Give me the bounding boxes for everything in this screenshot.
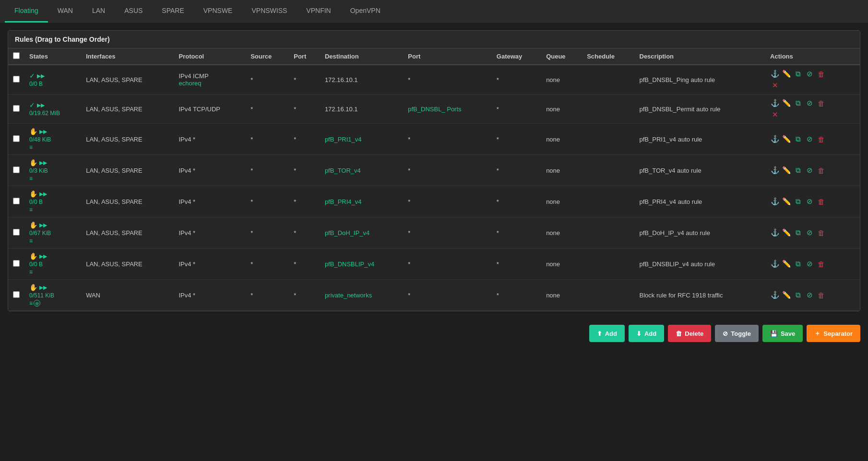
anchor-icon[interactable]: ⚓ — [770, 197, 780, 206]
anchor-icon[interactable]: ⚓ — [770, 98, 780, 108]
disable-icon[interactable]: ⊘ — [805, 134, 814, 144]
delete-icon[interactable]: 🗑 — [816, 290, 826, 300]
row-checkbox[interactable] — [13, 260, 20, 267]
row-source: * — [246, 280, 289, 311]
edit-icon[interactable]: ✏️ — [782, 228, 791, 237]
row-protocol: IPv4 * — [174, 186, 246, 217]
tab-vpnswiss[interactable]: VPNSWISS — [242, 0, 297, 23]
destination-link[interactable]: pfB_DNSBLIP_v4 — [325, 260, 374, 268]
edit-icon[interactable]: ✏️ — [782, 165, 791, 175]
hand-icon: ✋ — [29, 128, 37, 135]
select-all-checkbox[interactable] — [13, 52, 20, 59]
destination-link[interactable]: pfB_PRI4_v4 — [325, 198, 362, 205]
tab-lan[interactable]: LAN — [83, 0, 115, 23]
delete-icon[interactable]: 🗑 — [816, 259, 826, 269]
anchor-icon[interactable]: ⚓ — [770, 259, 780, 269]
save-button[interactable]: 💾 Save — [762, 325, 803, 342]
disable-icon[interactable]: ⊘ — [805, 98, 814, 108]
toggle-button[interactable]: ⊘ Toggle — [715, 325, 759, 342]
separator-button[interactable]: ＋ Separator — [807, 325, 860, 342]
tab-vpnfin[interactable]: VPNFIN — [297, 0, 340, 23]
disable-icon[interactable]: ⊘ — [805, 259, 814, 269]
copy-icon[interactable]: ⧉ — [793, 228, 803, 237]
edit-icon[interactable]: ✏️ — [782, 290, 791, 300]
tab-floating[interactable]: Floating — [5, 0, 48, 23]
row-destination: pfB_PRI1_v4 — [320, 124, 403, 155]
state-value: 0/19.62 MiB — [29, 110, 76, 117]
row-checkbox[interactable] — [13, 105, 20, 112]
state-value: 0/48 KiB — [29, 136, 76, 143]
row-checkbox[interactable] — [13, 135, 20, 142]
anchor-icon[interactable]: ⚓ — [770, 228, 780, 237]
row-destination: private_networks — [320, 280, 403, 311]
row-checkbox[interactable] — [13, 166, 20, 173]
row-checkbox[interactable] — [13, 198, 20, 204]
row-gateway: * — [492, 280, 541, 311]
add-above-button[interactable]: ⬆ Add — [589, 325, 625, 342]
disable-icon[interactable]: ⊘ — [805, 69, 814, 79]
copy-icon[interactable]: ⧉ — [793, 69, 803, 79]
copy-icon[interactable]: ⧉ — [793, 259, 803, 269]
row-description: pfB_DNSBL_Permit auto rule — [635, 95, 766, 124]
row-actions: ⚓ ✏️ ⧉ ⊘ 🗑 ✕ — [765, 95, 860, 124]
anchor-icon[interactable]: ⚓ — [770, 134, 780, 144]
row-description: pfB_DoH_IP_v4 auto rule — [635, 217, 766, 248]
row-queue: none — [541, 124, 582, 155]
tab-vpnswe[interactable]: VPNSWE — [194, 0, 242, 23]
anchor-icon[interactable]: ⚓ — [770, 290, 780, 300]
destination-link[interactable]: private_networks — [325, 292, 372, 299]
disable-icon[interactable]: ⊘ — [805, 165, 814, 175]
tab-openvpn[interactable]: OpenVPN — [341, 0, 390, 23]
copy-icon[interactable]: ⧉ — [793, 165, 803, 175]
protocol-link[interactable]: echoreq — [179, 80, 241, 87]
row-protocol: IPv4 * — [174, 248, 246, 280]
edit-icon[interactable]: ✏️ — [782, 69, 791, 79]
edit-icon[interactable]: ✏️ — [782, 134, 791, 144]
row-status: ✋ ▶▶ 0/0 B ≡ — [24, 186, 81, 217]
row-interfaces: LAN, ASUS, SPARE — [81, 155, 174, 186]
copy-icon[interactable]: ⧉ — [793, 197, 803, 206]
copy-icon[interactable]: ⧉ — [793, 290, 803, 300]
delete-icon[interactable]: 🗑 — [816, 165, 826, 175]
row-queue: none — [541, 155, 582, 186]
anchor-icon[interactable]: ⚓ — [770, 165, 780, 175]
remove-icon[interactable]: ✕ — [770, 110, 780, 119]
row-destination: 172.16.10.1 — [320, 65, 403, 95]
row-dest-port: * — [403, 248, 492, 280]
delete-icon[interactable]: 🗑 — [816, 98, 826, 108]
row-checkbox[interactable] — [13, 76, 20, 83]
anchor-icon[interactable]: ⚓ — [770, 69, 780, 79]
add-below-button[interactable]: ⬇ Add — [629, 325, 664, 342]
delete-icon[interactable]: 🗑 — [816, 197, 826, 206]
tab-wan[interactable]: WAN — [48, 0, 83, 23]
delete-button[interactable]: 🗑 Delete — [668, 325, 711, 342]
row-dest-port: * — [403, 155, 492, 186]
tabs-container: Floating WAN LAN ASUS SPARE VPNSWE VPNSW… — [0, 0, 868, 23]
delete-icon[interactable]: 🗑 — [816, 134, 826, 144]
tab-spare[interactable]: SPARE — [152, 0, 193, 23]
disable-icon[interactable]: ⊘ — [805, 290, 814, 300]
copy-icon[interactable]: ⧉ — [793, 98, 803, 108]
dest-port-link[interactable]: pfB_DNSBL_ Ports — [408, 106, 461, 113]
row-destination: pfB_PRI4_v4 — [320, 186, 403, 217]
copy-icon[interactable]: ⧉ — [793, 134, 803, 144]
row-checkbox[interactable] — [13, 291, 20, 298]
edit-icon[interactable]: ✏️ — [782, 197, 791, 206]
destination-link[interactable]: pfB_PRI1_v4 — [325, 136, 362, 143]
delete-icon[interactable]: 🗑 — [816, 228, 826, 237]
disable-icon[interactable]: ⊘ — [805, 228, 814, 237]
row-status: ✋ ▶▶ 0/3 KiB ≡ — [24, 155, 81, 186]
disable-icon[interactable]: ⊘ — [805, 197, 814, 206]
row-description: pfB_PRI1_v4 auto rule — [635, 124, 766, 155]
edit-icon[interactable]: ✏️ — [782, 98, 791, 108]
state-value: 0/67 KiB — [29, 230, 76, 236]
destination-link[interactable]: pfB_DoH_IP_v4 — [325, 229, 369, 236]
remove-icon[interactable]: ✕ — [770, 81, 780, 90]
row-checkbox[interactable] — [13, 229, 20, 236]
tab-asus[interactable]: ASUS — [115, 0, 152, 23]
delete-icon[interactable]: 🗑 — [816, 69, 826, 79]
state-value: 0/3 KiB — [29, 167, 76, 174]
edit-icon[interactable]: ✏️ — [782, 259, 791, 269]
play-icon: ▶▶ — [39, 160, 47, 166]
destination-link[interactable]: pfB_TOR_v4 — [325, 167, 361, 174]
